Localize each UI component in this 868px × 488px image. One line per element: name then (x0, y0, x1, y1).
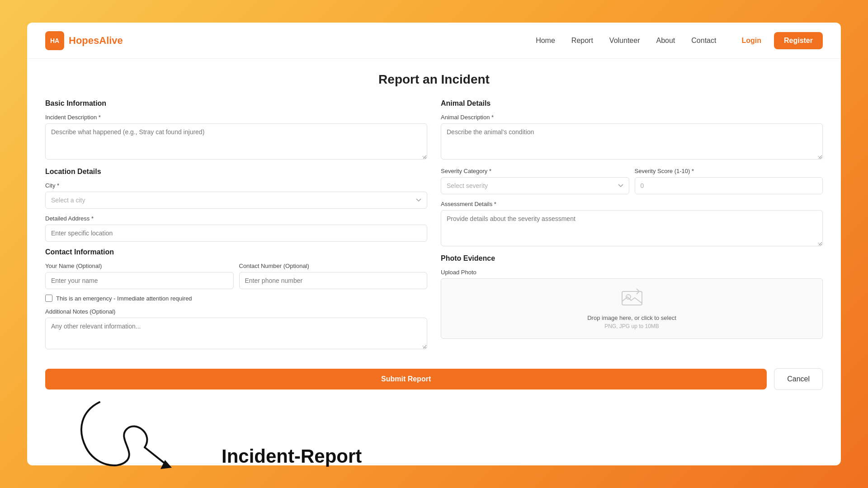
severity-score-field: Severity Score (1-10) * (635, 168, 823, 194)
incident-desc-wrap: ⤡ (45, 123, 427, 161)
photo-upload-area[interactable]: Drop image here, or click to select PNG,… (441, 278, 823, 339)
assessment-input[interactable] (441, 210, 823, 246)
upload-photo-label: Upload Photo (441, 269, 823, 276)
animal-section: Animal Details Animal Description * ⤡ Se… (441, 99, 823, 248)
city-select[interactable]: Select a city (45, 192, 427, 209)
address-label: Detailed Address * (45, 215, 427, 222)
animal-desc-input[interactable] (441, 123, 823, 160)
form-grid: Basic Information Incident Description *… (45, 99, 823, 357)
city-field: City * Select a city (45, 182, 427, 209)
annotation-curl-svg (72, 393, 217, 474)
contact-section: Contact Information Your Name (Optional)… (45, 248, 427, 351)
animal-desc-label: Animal Description * (441, 114, 823, 121)
notes-input[interactable] (45, 318, 427, 349)
login-button[interactable]: Login (734, 33, 769, 48)
annotation: Incident-Report (72, 393, 362, 474)
nav-home[interactable]: Home (536, 37, 555, 45)
severity-cat-field: Severity Category * Select severity (441, 168, 629, 194)
nav-links: Home Report Volunteer About Contact (536, 37, 716, 45)
location-section: Location Details City * Select a city De… (45, 168, 427, 242)
nav-volunteer[interactable]: Volunteer (609, 37, 640, 45)
severity-row: Severity Category * Select severity Seve… (441, 168, 823, 194)
city-label: City * (45, 182, 427, 189)
assessment-field: Assessment Details * ⤡ (441, 201, 823, 248)
contact-name-phone-row: Your Name (Optional) Contact Number (Opt… (45, 263, 427, 289)
nav-about[interactable]: About (656, 37, 675, 45)
notes-wrap: ⤡ (45, 318, 427, 351)
logo-area: HA HopesAlive (45, 31, 123, 50)
contact-name-label: Your Name (Optional) (45, 263, 234, 269)
nav-report[interactable]: Report (571, 37, 593, 45)
photo-section: Photo Evidence Upload Photo (441, 254, 823, 339)
logo-text: HopesAlive (69, 35, 123, 47)
emergency-checkbox[interactable] (45, 295, 52, 302)
submit-button[interactable]: Submit Report (45, 369, 767, 389)
contact-section-title: Contact Information (45, 248, 427, 256)
svg-rect-0 (622, 291, 642, 305)
severity-score-input[interactable] (635, 177, 823, 194)
annotation-label: Incident-Report (222, 446, 362, 467)
emergency-checkbox-row: This is an emergency - Immediate attenti… (45, 295, 427, 302)
notes-field: Additional Notes (Optional) ⤡ (45, 308, 427, 351)
photo-upload-icon (621, 288, 643, 310)
animal-section-title: Animal Details (441, 99, 823, 108)
assessment-wrap: ⤡ (441, 210, 823, 248)
nav-actions: Login Register (734, 32, 823, 49)
basic-section-title: Basic Information (45, 99, 427, 108)
left-column: Basic Information Incident Description *… (45, 99, 427, 357)
animal-desc-field: Animal Description * ⤡ (441, 114, 823, 161)
page-title: Report an Incident (45, 72, 823, 87)
contact-name-field: Your Name (Optional) (45, 263, 234, 289)
emergency-label[interactable]: This is an emergency - Immediate attenti… (56, 295, 192, 302)
photo-size-text: PNG, JPG up to 10MB (604, 323, 659, 329)
contact-phone-field: Contact Number (Optional) (239, 263, 428, 289)
contact-phone-input[interactable] (239, 272, 428, 289)
photo-drop-text: Drop image here, or click to select (587, 314, 676, 321)
location-section-title: Location Details (45, 168, 427, 176)
address-input[interactable] (45, 225, 427, 242)
assessment-label: Assessment Details * (441, 201, 823, 207)
animal-desc-wrap: ⤡ (441, 123, 823, 161)
contact-phone-label: Contact Number (Optional) (239, 263, 428, 269)
register-button[interactable]: Register (774, 32, 823, 49)
basic-info-section: Basic Information Incident Description *… (45, 99, 427, 161)
right-column: Animal Details Animal Description * ⤡ Se… (441, 99, 823, 357)
incident-description-input[interactable] (45, 123, 427, 160)
severity-score-label: Severity Score (1-10) * (635, 168, 823, 174)
logo-icon: HA (45, 31, 64, 50)
annotation-text-area: Incident-Report (222, 446, 362, 467)
navbar: HA HopesAlive Home Report Volunteer Abou… (27, 23, 841, 59)
nav-contact[interactable]: Contact (691, 37, 716, 45)
address-field: Detailed Address * (45, 215, 427, 242)
notes-label: Additional Notes (Optional) (45, 308, 427, 315)
form-actions: Submit Report Cancel (45, 368, 823, 390)
contact-name-input[interactable] (45, 272, 234, 289)
severity-category-select[interactable]: Select severity (441, 177, 629, 194)
severity-cat-label: Severity Category * (441, 168, 629, 174)
cancel-button[interactable]: Cancel (774, 368, 823, 390)
incident-desc-label: Incident Description * (45, 114, 427, 121)
photo-section-title: Photo Evidence (441, 254, 823, 263)
